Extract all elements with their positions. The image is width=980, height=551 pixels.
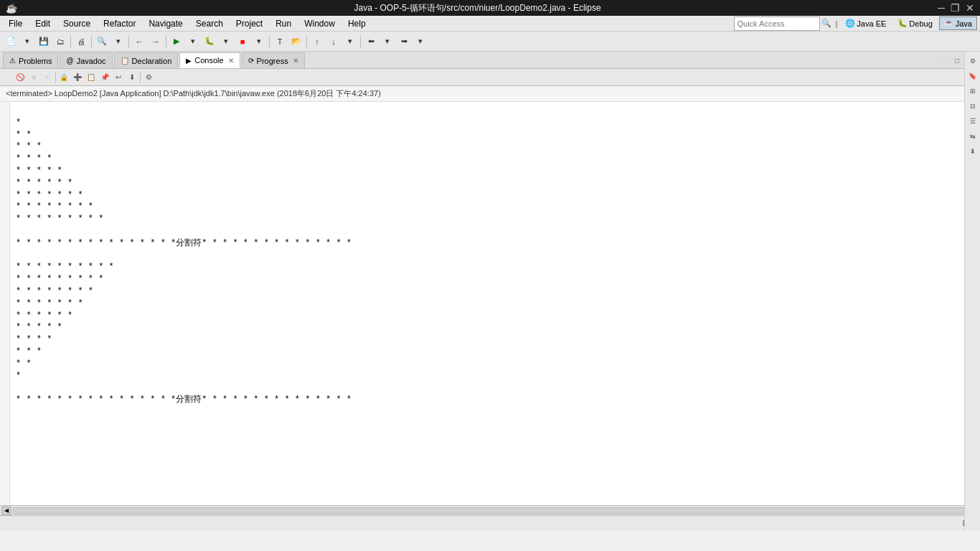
menu-project[interactable]: Project: [230, 16, 268, 31]
close-button[interactable]: ✕: [966, 2, 974, 14]
console-margin: [0, 102, 10, 505]
right-compare-icon[interactable]: ⇆: [966, 130, 979, 143]
toolbar-forward-dropdown[interactable]: ▾: [413, 34, 428, 50]
toolbar-search-dropdown[interactable]: ▾: [110, 34, 126, 50]
console-row: * * * * * * * * * * * * * * * * * * * * …: [0, 102, 980, 505]
java-label: Java: [956, 19, 972, 28]
menu-navigate[interactable]: Navigate: [143, 16, 188, 31]
tab-progress[interactable]: ⟳ Progress ✕: [242, 52, 305, 68]
console-panel: 🚫 ■ ✕ 🔒 ➕ 📋 📌 ↩ ⬇ ⚙ <terminated> LoopDem…: [0, 69, 980, 505]
toolbar-new-dropdown[interactable]: ▾: [19, 34, 35, 50]
terminated-text: <terminated> LoopDemo2 [Java Application…: [6, 88, 381, 99]
console-output[interactable]: * * * * * * * * * * * * * * * * * * * * …: [10, 102, 980, 505]
declaration-icon: 📋: [121, 57, 129, 65]
tab-problems[interactable]: ⚠ Problems: [3, 52, 58, 68]
toolbar-search-btn[interactable]: 🔍: [94, 34, 110, 50]
perspective-debug[interactable]: 🐛 Debug: [892, 17, 937, 30]
console-terminate-btn[interactable]: ■: [27, 71, 40, 84]
problems-icon: ⚠: [9, 57, 16, 65]
menu-search[interactable]: Search: [190, 16, 229, 31]
right-split-icon[interactable]: ☰: [966, 115, 979, 128]
debug-icon: 🐛: [897, 19, 908, 28]
terminated-bar: <terminated> LoopDemo2 [Java Application…: [0, 86, 980, 102]
tab-declaration-label: Declaration: [132, 57, 172, 65]
console-display-selected-btn[interactable]: 📋: [85, 71, 98, 84]
toolbar-next-edit-btn[interactable]: →: [148, 34, 164, 50]
scroll-thumb[interactable]: [13, 507, 967, 514]
console-scroll-end-btn[interactable]: ⬇: [126, 71, 138, 84]
console-clear-btn[interactable]: 🚫: [14, 71, 27, 84]
scroll-left-btn[interactable]: ◀: [1, 507, 11, 515]
java-icon: ☕: [944, 19, 954, 28]
debug-label: Debug: [909, 19, 932, 28]
progress-icon: ⟳: [248, 57, 254, 65]
right-layout2-icon[interactable]: ⊟: [966, 102, 979, 113]
toolbar-prev-edit-btn[interactable]: ←: [131, 34, 147, 50]
toolbar-back-dropdown[interactable]: ▾: [380, 34, 395, 50]
panel-maximize-btn[interactable]: □: [951, 54, 963, 67]
perspective-area: | 🌐 Java EE 🐛 Debug ☕ Java: [836, 17, 978, 30]
title-bar: ☕ Java - OOP-5-循环语句/src/com/niuer/LoopDe…: [0, 0, 980, 16]
toolbar-annotation-dropdown[interactable]: ▾: [342, 34, 358, 50]
toolbar-print-btn[interactable]: 🖨: [73, 34, 89, 50]
toolbar-run-btn[interactable]: ▶: [169, 34, 184, 50]
toolbar-open-resource-btn[interactable]: 📂: [288, 34, 304, 50]
tab-progress-label: Progress: [257, 57, 288, 65]
menu-source[interactable]: Source: [57, 16, 96, 31]
menu-run[interactable]: Run: [270, 16, 297, 31]
tab-problems-label: Problems: [19, 57, 52, 65]
tab-bar: ⚠ Problems @ Javadoc 📋 Declaration ▶ Con…: [0, 52, 980, 69]
line-marker: [0, 102, 9, 505]
console-remove-launch-btn[interactable]: ✕: [41, 71, 54, 84]
menu-window[interactable]: Window: [298, 16, 341, 31]
perspective-java-ee[interactable]: 🌐 Java EE: [840, 17, 891, 30]
java-ee-icon: 🌐: [845, 19, 855, 28]
app-icon: ☕: [6, 3, 17, 14]
toolbar-saveall-btn[interactable]: 🗂: [52, 34, 68, 50]
toolbar-row1: 📄 ▾ 💾 🗂 🖨 🔍 ▾ ← → ▶ ▾ 🐛 ▾ ■ ▾ T 📂 ↑ ↓ ▾ …: [0, 32, 980, 52]
perspective-java[interactable]: ☕ Java: [939, 17, 977, 30]
restore-button[interactable]: ❐: [951, 2, 960, 14]
console-settings-btn[interactable]: ⚙: [142, 71, 155, 84]
tab-javadoc-label: Javadoc: [77, 57, 106, 65]
tab-console[interactable]: ▶ Console ✕: [179, 52, 240, 68]
quick-access-input[interactable]: [734, 17, 820, 31]
tab-javadoc[interactable]: @ Javadoc: [60, 52, 112, 68]
tab-declaration[interactable]: 📋 Declaration: [114, 52, 179, 68]
menu-file[interactable]: File: [3, 16, 28, 31]
toolbar-stop-dropdown[interactable]: ▾: [251, 34, 267, 50]
toolbar-stop-btn[interactable]: ■: [235, 34, 250, 50]
status-bar: ⌨: [0, 515, 980, 531]
progress-close-icon[interactable]: ✕: [293, 57, 298, 65]
window-title: Java - OOP-5-循环语句/src/com/niuer/LoopDemo…: [17, 2, 938, 14]
toolbar-run-dropdown[interactable]: ▾: [185, 34, 201, 50]
horizontal-scrollbar[interactable]: ◀ ▶: [0, 505, 980, 515]
minimize-button[interactable]: ─: [938, 2, 945, 14]
toolbar-open-type-btn[interactable]: T: [272, 34, 288, 50]
console-word-wrap-btn[interactable]: ↩: [112, 71, 125, 84]
panel-minimize-btn[interactable]: —: [937, 54, 950, 67]
console-close-icon[interactable]: ✕: [228, 57, 234, 65]
menu-refactor[interactable]: Refactor: [98, 16, 141, 31]
right-next-icon[interactable]: ⬇: [966, 145, 979, 158]
menu-edit[interactable]: Edit: [29, 16, 56, 31]
java-ee-label: Java EE: [857, 19, 886, 28]
javadoc-icon: @: [66, 57, 73, 65]
toolbar-debug-btn[interactable]: 🐛: [202, 34, 217, 50]
console-scroll-lock-btn[interactable]: 🔒: [57, 71, 70, 84]
toolbar-debug-dropdown[interactable]: ▾: [218, 34, 234, 50]
console-toolbar: 🚫 ■ ✕ 🔒 ➕ 📋 📌 ↩ ⬇ ⚙: [0, 69, 980, 86]
toolbar-save-btn[interactable]: 💾: [36, 34, 52, 50]
toolbar-prev-annotation-btn[interactable]: ↑: [309, 34, 325, 50]
console-pin-btn[interactable]: 📌: [98, 71, 111, 84]
console-icon: ▶: [186, 57, 192, 65]
toolbar-back-btn[interactable]: ⬅: [363, 34, 379, 50]
toolbar-new-btn[interactable]: 📄: [3, 34, 19, 50]
menu-help[interactable]: Help: [342, 16, 372, 31]
toolbar-forward-btn[interactable]: ➡: [396, 34, 412, 50]
toolbar-next-annotation-btn[interactable]: ↓: [326, 34, 341, 50]
menu-bar: File Edit Source Refactor Navigate Searc…: [0, 16, 980, 32]
right-panel-icons: ⚙ 🔖 ⊞ ⊟ ☰ ⇆ ⬇: [964, 102, 980, 505]
tab-console-label: Console: [194, 56, 223, 65]
console-new-console-btn[interactable]: ➕: [71, 71, 84, 84]
